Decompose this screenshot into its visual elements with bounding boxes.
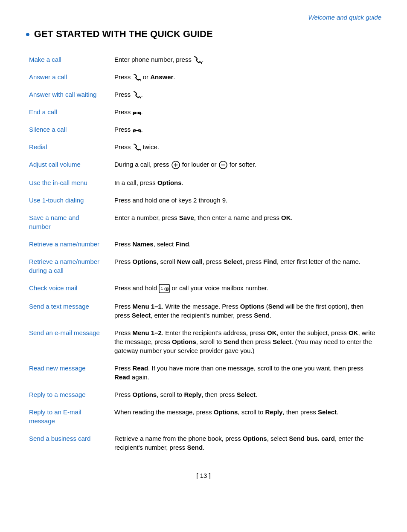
row-label: Save a name and number	[26, 211, 111, 233]
row-desc: Press Read. If you have more than one me…	[111, 361, 381, 384]
svg-text:1: 1	[161, 286, 163, 291]
table-row: Make a callEnter phone number, press .	[26, 53, 381, 66]
row-spacer	[26, 136, 381, 140]
row-spacer	[26, 66, 381, 70]
row-desc: Retrieve a name from the phone book, pre…	[111, 432, 381, 454]
row-spacer	[26, 357, 381, 361]
row-spacer	[26, 189, 381, 194]
quick-guide-table: Make a callEnter phone number, press .An…	[26, 53, 381, 458]
row-label: Answer a call	[26, 70, 111, 84]
row-spacer	[26, 153, 381, 158]
row-desc: Press and hold one of keys 2 through 9.	[111, 194, 381, 207]
row-label: Use 1-touch dialing	[26, 194, 111, 207]
row-label: Retrieve a name/number	[26, 237, 111, 251]
title-text: GET STARTED WITH THE QUICK GUIDE	[34, 28, 213, 41]
row-desc: Press .	[111, 105, 381, 119]
table-row: Use the in-call menuIn a call, press Opt…	[26, 176, 381, 189]
row-label: Make a call	[26, 53, 111, 66]
row-desc: During a call, press for louder or for s…	[111, 158, 381, 172]
row-desc: In a call, press Options.	[111, 176, 381, 189]
row-desc: Press .	[111, 123, 381, 136]
row-spacer	[26, 101, 381, 105]
row-desc: Press twice.	[111, 140, 381, 153]
table-row: Check voice mailPress and hold 1 or call…	[26, 281, 381, 295]
row-spacer	[26, 295, 381, 300]
row-spacer	[26, 84, 381, 88]
row-desc: Enter a number, press Save, then enter a…	[111, 211, 381, 233]
table-row: Answer with call waitingPress .	[26, 88, 381, 101]
table-row: Reply to an E-mail messageWhen reading t…	[26, 405, 381, 428]
row-spacer	[26, 428, 381, 432]
row-spacer	[26, 454, 381, 458]
row-desc: Press Names, select Find.	[111, 237, 381, 251]
row-label: Answer with call waiting	[26, 88, 111, 101]
row-spacer	[26, 233, 381, 237]
header-title: Welcome and quick guide	[26, 13, 381, 22]
row-label: Reply to an E-mail message	[26, 405, 111, 428]
row-desc: Enter phone number, press .	[111, 53, 381, 66]
row-desc: When reading the message, press Options,…	[111, 405, 381, 428]
page-title: • GET STARTED WITH THE QUICK GUIDE	[26, 26, 381, 43]
row-spacer	[26, 322, 381, 326]
row-label: Send a text message	[26, 300, 111, 322]
table-row: Send a business cardRetrieve a name from…	[26, 432, 381, 454]
row-desc: Press Options, scroll New call, press Se…	[111, 255, 381, 277]
row-spacer	[26, 384, 381, 388]
row-label: Use the in-call menu	[26, 176, 111, 189]
bullet-icon: •	[26, 26, 30, 43]
row-label: Send a business card	[26, 432, 111, 454]
row-label: End a call	[26, 105, 111, 119]
row-label: Check voice mail	[26, 281, 111, 295]
row-desc: Press and hold 1 or call your voice mail…	[111, 281, 381, 295]
row-label: Read new message	[26, 361, 111, 384]
table-row: End a callPress .	[26, 105, 381, 119]
row-spacer	[26, 119, 381, 123]
row-desc: Press Options, scroll to Reply, then pre…	[111, 388, 381, 401]
row-desc: Press or Answer.	[111, 70, 381, 84]
table-row: Read new messagePress Read. If you have …	[26, 361, 381, 384]
row-spacer	[26, 207, 381, 211]
row-label: Send an e-mail message	[26, 326, 111, 357]
row-desc: Press Menu 1–2. Enter the recipient's ad…	[111, 326, 381, 357]
row-spacer	[26, 251, 381, 255]
table-row: RedialPress twice.	[26, 140, 381, 153]
table-row: Adjust call volumeDuring a call, press f…	[26, 158, 381, 172]
row-label: Retrieve a name/number during a call	[26, 255, 111, 277]
table-row: Answer a callPress or Answer.	[26, 70, 381, 84]
row-spacer	[26, 172, 381, 176]
table-row: Retrieve a name/numberPress Names, selec…	[26, 237, 381, 251]
row-spacer	[26, 277, 381, 281]
table-row: Silence a callPress .	[26, 123, 381, 136]
row-label: Reply to a message	[26, 388, 111, 401]
row-spacer	[26, 401, 381, 405]
table-row: Use 1-touch dialingPress and hold one of…	[26, 194, 381, 207]
table-row: Send an e-mail messagePress Menu 1–2. En…	[26, 326, 381, 357]
row-desc: Press Menu 1–1. Write the message. Press…	[111, 300, 381, 322]
row-label: Adjust call volume	[26, 158, 111, 172]
table-row: Retrieve a name/number during a callPres…	[26, 255, 381, 277]
page-number: [ 13 ]	[26, 471, 381, 480]
table-row: Reply to a messagePress Options, scroll …	[26, 388, 381, 401]
svg-point-5	[166, 288, 169, 290]
row-desc: Press .	[111, 88, 381, 101]
table-row: Save a name and numberEnter a number, pr…	[26, 211, 381, 233]
table-row: Send a text messagePress Menu 1–1. Write…	[26, 300, 381, 322]
row-label: Redial	[26, 140, 111, 153]
row-label: Silence a call	[26, 123, 111, 136]
